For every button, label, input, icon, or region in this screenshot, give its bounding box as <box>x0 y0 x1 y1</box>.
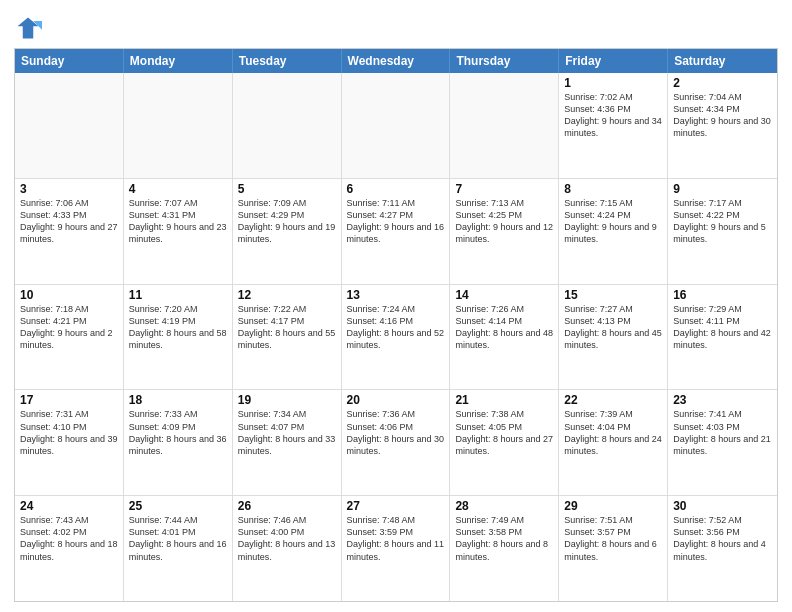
cal-cell-7: 7Sunrise: 7:13 AM Sunset: 4:25 PM Daylig… <box>450 179 559 284</box>
day-info: Sunrise: 7:02 AM Sunset: 4:36 PM Dayligh… <box>564 91 662 140</box>
day-number: 19 <box>238 393 336 407</box>
day-number: 28 <box>455 499 553 513</box>
day-number: 24 <box>20 499 118 513</box>
cal-cell-26: 26Sunrise: 7:46 AM Sunset: 4:00 PM Dayli… <box>233 496 342 601</box>
cal-cell-29: 29Sunrise: 7:51 AM Sunset: 3:57 PM Dayli… <box>559 496 668 601</box>
day-number: 18 <box>129 393 227 407</box>
day-info: Sunrise: 7:39 AM Sunset: 4:04 PM Dayligh… <box>564 408 662 457</box>
header-day-tuesday: Tuesday <box>233 49 342 73</box>
cal-cell-empty-0-4 <box>450 73 559 178</box>
day-number: 27 <box>347 499 445 513</box>
day-info: Sunrise: 7:48 AM Sunset: 3:59 PM Dayligh… <box>347 514 445 563</box>
header-day-wednesday: Wednesday <box>342 49 451 73</box>
cal-cell-1: 1Sunrise: 7:02 AM Sunset: 4:36 PM Daylig… <box>559 73 668 178</box>
cal-cell-empty-0-2 <box>233 73 342 178</box>
cal-cell-8: 8Sunrise: 7:15 AM Sunset: 4:24 PM Daylig… <box>559 179 668 284</box>
day-info: Sunrise: 7:22 AM Sunset: 4:17 PM Dayligh… <box>238 303 336 352</box>
day-number: 13 <box>347 288 445 302</box>
header-day-sunday: Sunday <box>15 49 124 73</box>
day-number: 2 <box>673 76 772 90</box>
cal-cell-14: 14Sunrise: 7:26 AM Sunset: 4:14 PM Dayli… <box>450 285 559 390</box>
week-row-4: 17Sunrise: 7:31 AM Sunset: 4:10 PM Dayli… <box>15 390 777 496</box>
cal-cell-4: 4Sunrise: 7:07 AM Sunset: 4:31 PM Daylig… <box>124 179 233 284</box>
cal-cell-13: 13Sunrise: 7:24 AM Sunset: 4:16 PM Dayli… <box>342 285 451 390</box>
day-number: 20 <box>347 393 445 407</box>
day-number: 25 <box>129 499 227 513</box>
week-row-5: 24Sunrise: 7:43 AM Sunset: 4:02 PM Dayli… <box>15 496 777 601</box>
page: SundayMondayTuesdayWednesdayThursdayFrid… <box>0 0 792 612</box>
cal-cell-empty-0-0 <box>15 73 124 178</box>
day-info: Sunrise: 7:41 AM Sunset: 4:03 PM Dayligh… <box>673 408 772 457</box>
cal-cell-18: 18Sunrise: 7:33 AM Sunset: 4:09 PM Dayli… <box>124 390 233 495</box>
day-number: 22 <box>564 393 662 407</box>
day-number: 5 <box>238 182 336 196</box>
cal-cell-19: 19Sunrise: 7:34 AM Sunset: 4:07 PM Dayli… <box>233 390 342 495</box>
day-info: Sunrise: 7:24 AM Sunset: 4:16 PM Dayligh… <box>347 303 445 352</box>
calendar-body: 1Sunrise: 7:02 AM Sunset: 4:36 PM Daylig… <box>15 73 777 601</box>
day-number: 12 <box>238 288 336 302</box>
day-number: 26 <box>238 499 336 513</box>
header-day-monday: Monday <box>124 49 233 73</box>
logo <box>14 14 44 42</box>
cal-cell-20: 20Sunrise: 7:36 AM Sunset: 4:06 PM Dayli… <box>342 390 451 495</box>
day-number: 21 <box>455 393 553 407</box>
day-info: Sunrise: 7:07 AM Sunset: 4:31 PM Dayligh… <box>129 197 227 246</box>
day-info: Sunrise: 7:26 AM Sunset: 4:14 PM Dayligh… <box>455 303 553 352</box>
cal-cell-9: 9Sunrise: 7:17 AM Sunset: 4:22 PM Daylig… <box>668 179 777 284</box>
header-day-friday: Friday <box>559 49 668 73</box>
cal-cell-16: 16Sunrise: 7:29 AM Sunset: 4:11 PM Dayli… <box>668 285 777 390</box>
cal-cell-11: 11Sunrise: 7:20 AM Sunset: 4:19 PM Dayli… <box>124 285 233 390</box>
cal-cell-2: 2Sunrise: 7:04 AM Sunset: 4:34 PM Daylig… <box>668 73 777 178</box>
day-info: Sunrise: 7:17 AM Sunset: 4:22 PM Dayligh… <box>673 197 772 246</box>
cal-cell-6: 6Sunrise: 7:11 AM Sunset: 4:27 PM Daylig… <box>342 179 451 284</box>
day-number: 15 <box>564 288 662 302</box>
cal-cell-30: 30Sunrise: 7:52 AM Sunset: 3:56 PM Dayli… <box>668 496 777 601</box>
day-info: Sunrise: 7:51 AM Sunset: 3:57 PM Dayligh… <box>564 514 662 563</box>
day-number: 16 <box>673 288 772 302</box>
day-number: 23 <box>673 393 772 407</box>
day-number: 1 <box>564 76 662 90</box>
cal-cell-22: 22Sunrise: 7:39 AM Sunset: 4:04 PM Dayli… <box>559 390 668 495</box>
day-info: Sunrise: 7:27 AM Sunset: 4:13 PM Dayligh… <box>564 303 662 352</box>
cal-cell-28: 28Sunrise: 7:49 AM Sunset: 3:58 PM Dayli… <box>450 496 559 601</box>
day-info: Sunrise: 7:29 AM Sunset: 4:11 PM Dayligh… <box>673 303 772 352</box>
day-info: Sunrise: 7:13 AM Sunset: 4:25 PM Dayligh… <box>455 197 553 246</box>
day-info: Sunrise: 7:20 AM Sunset: 4:19 PM Dayligh… <box>129 303 227 352</box>
day-number: 14 <box>455 288 553 302</box>
calendar: SundayMondayTuesdayWednesdayThursdayFrid… <box>14 48 778 602</box>
day-info: Sunrise: 7:44 AM Sunset: 4:01 PM Dayligh… <box>129 514 227 563</box>
day-info: Sunrise: 7:11 AM Sunset: 4:27 PM Dayligh… <box>347 197 445 246</box>
header-day-thursday: Thursday <box>450 49 559 73</box>
logo-icon <box>14 14 42 42</box>
week-row-2: 3Sunrise: 7:06 AM Sunset: 4:33 PM Daylig… <box>15 179 777 285</box>
day-number: 29 <box>564 499 662 513</box>
day-info: Sunrise: 7:06 AM Sunset: 4:33 PM Dayligh… <box>20 197 118 246</box>
day-info: Sunrise: 7:36 AM Sunset: 4:06 PM Dayligh… <box>347 408 445 457</box>
cal-cell-25: 25Sunrise: 7:44 AM Sunset: 4:01 PM Dayli… <box>124 496 233 601</box>
day-info: Sunrise: 7:46 AM Sunset: 4:00 PM Dayligh… <box>238 514 336 563</box>
cal-cell-empty-0-1 <box>124 73 233 178</box>
day-number: 9 <box>673 182 772 196</box>
day-info: Sunrise: 7:52 AM Sunset: 3:56 PM Dayligh… <box>673 514 772 563</box>
cal-cell-21: 21Sunrise: 7:38 AM Sunset: 4:05 PM Dayli… <box>450 390 559 495</box>
cal-cell-3: 3Sunrise: 7:06 AM Sunset: 4:33 PM Daylig… <box>15 179 124 284</box>
day-number: 7 <box>455 182 553 196</box>
cal-cell-12: 12Sunrise: 7:22 AM Sunset: 4:17 PM Dayli… <box>233 285 342 390</box>
day-number: 10 <box>20 288 118 302</box>
day-info: Sunrise: 7:43 AM Sunset: 4:02 PM Dayligh… <box>20 514 118 563</box>
calendar-header: SundayMondayTuesdayWednesdayThursdayFrid… <box>15 49 777 73</box>
day-number: 3 <box>20 182 118 196</box>
cal-cell-empty-0-3 <box>342 73 451 178</box>
week-row-3: 10Sunrise: 7:18 AM Sunset: 4:21 PM Dayli… <box>15 285 777 391</box>
week-row-1: 1Sunrise: 7:02 AM Sunset: 4:36 PM Daylig… <box>15 73 777 179</box>
day-number: 30 <box>673 499 772 513</box>
cal-cell-24: 24Sunrise: 7:43 AM Sunset: 4:02 PM Dayli… <box>15 496 124 601</box>
day-number: 8 <box>564 182 662 196</box>
day-info: Sunrise: 7:18 AM Sunset: 4:21 PM Dayligh… <box>20 303 118 352</box>
cal-cell-17: 17Sunrise: 7:31 AM Sunset: 4:10 PM Dayli… <box>15 390 124 495</box>
header-day-saturday: Saturday <box>668 49 777 73</box>
cal-cell-5: 5Sunrise: 7:09 AM Sunset: 4:29 PM Daylig… <box>233 179 342 284</box>
day-number: 4 <box>129 182 227 196</box>
day-info: Sunrise: 7:31 AM Sunset: 4:10 PM Dayligh… <box>20 408 118 457</box>
day-info: Sunrise: 7:38 AM Sunset: 4:05 PM Dayligh… <box>455 408 553 457</box>
